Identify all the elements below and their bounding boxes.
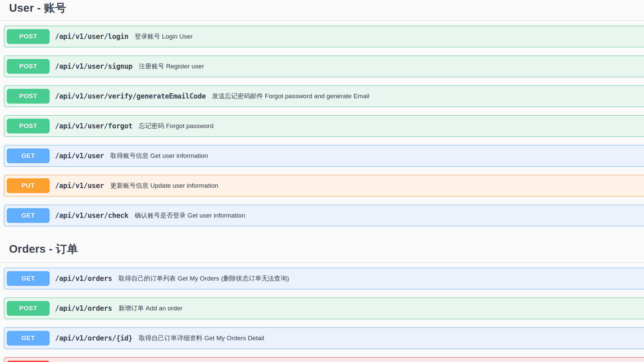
tag-heading-label: Orders - 订单 bbox=[9, 243, 78, 255]
endpoint-description: 忘记密码 Forgot password bbox=[139, 122, 214, 130]
endpoint-path: /api/v1/orders/{id} bbox=[55, 334, 132, 342]
tag-heading: User - 账号 bbox=[9, 1, 644, 15]
endpoint-path: /api/v1/user bbox=[55, 182, 104, 190]
endpoint-row[interactable]: POST /api/v1/user/forgot 忘记密码 Forgot pas… bbox=[4, 115, 644, 137]
endpoint-row[interactable]: GET /api/v1/user/check 确认账号是否登录 Get user… bbox=[4, 205, 644, 226]
endpoint-description: 新增订单 Add an order bbox=[118, 304, 182, 313]
api-doc: User - 账号 POST /api/v1/user/login 登录账号 L… bbox=[0, 0, 644, 362]
endpoint-description: 登录账号 Login User bbox=[135, 32, 193, 41]
endpoint-list: GET /api/v1/orders 取得自己的订单列表 Get My Orde… bbox=[0, 268, 644, 362]
endpoint-path: /api/v1/user/verify/generateEmailCode bbox=[55, 92, 206, 100]
method-badge: POST bbox=[7, 301, 50, 316]
endpoint-description: 取得自己订单详细资料 Get My Orders Detail bbox=[139, 334, 264, 343]
endpoint-path: /api/v1/orders bbox=[55, 275, 112, 283]
endpoint-description: 取得自己的订单列表 Get My Orders (删除状态订单无法查询) bbox=[118, 274, 289, 283]
method-badge: GET bbox=[7, 148, 50, 163]
endpoint-row[interactable]: GET /api/v1/orders/{id} 取得自己订单详细资料 Get M… bbox=[4, 327, 644, 349]
tag-header[interactable]: Orders - 订单 bbox=[0, 241, 644, 263]
method-badge: PUT bbox=[7, 178, 50, 193]
tag-section: User - 账号 POST /api/v1/user/login 登录账号 L… bbox=[0, 0, 644, 226]
endpoint-path: /api/v1/user/forgot bbox=[55, 122, 132, 130]
tag-section: Orders - 订单 GET /api/v1/orders 取得自己的订单列表… bbox=[0, 241, 644, 362]
endpoint-path: /api/v1/user bbox=[55, 152, 104, 160]
endpoint-row[interactable]: POST /api/v1/orders 新增订单 Add an order bbox=[4, 298, 644, 319]
method-badge: POST bbox=[7, 29, 50, 44]
endpoint-description: 更新账号信息 Update user information bbox=[110, 181, 218, 190]
method-badge: GET bbox=[7, 331, 50, 346]
method-badge: POST bbox=[7, 59, 50, 74]
endpoint-row[interactable]: PUT /api/v1/user 更新账号信息 Update user info… bbox=[4, 175, 644, 196]
method-badge: POST bbox=[7, 89, 50, 104]
endpoint-description: 注册账号 Register user bbox=[139, 62, 204, 71]
endpoint-path: /api/v1/user/login bbox=[55, 33, 128, 41]
endpoint-row[interactable]: POST /api/v1/user/verify/generateEmailCo… bbox=[4, 85, 644, 107]
endpoint-description: 发送忘记密码邮件 Forgot password and generate Em… bbox=[212, 92, 369, 101]
endpoint-description: 取得账号信息 Get user information bbox=[110, 152, 208, 160]
endpoint-row[interactable]: DELETE bbox=[4, 357, 644, 362]
endpoint-path: /api/v1/user/signup bbox=[55, 62, 132, 70]
method-badge: DELETE bbox=[7, 361, 50, 362]
tag-heading: Orders - 订单 bbox=[9, 242, 644, 256]
method-badge: GET bbox=[7, 208, 50, 223]
tag-header[interactable]: User - 账号 bbox=[0, 0, 644, 21]
endpoint-path: /api/v1/user/check bbox=[55, 212, 128, 220]
method-badge: POST bbox=[7, 119, 50, 133]
endpoint-row[interactable]: GET /api/v1/orders 取得自己的订单列表 Get My Orde… bbox=[4, 268, 644, 289]
endpoint-description: 确认账号是否登录 Get user information bbox=[135, 211, 245, 220]
endpoint-row[interactable]: POST /api/v1/user/login 登录账号 Login User bbox=[4, 26, 644, 47]
endpoint-row[interactable]: POST /api/v1/user/signup 注册账号 Register u… bbox=[4, 56, 644, 77]
endpoint-row[interactable]: GET /api/v1/user 取得账号信息 Get user informa… bbox=[4, 145, 644, 167]
method-badge: GET bbox=[7, 271, 50, 286]
endpoint-list: POST /api/v1/user/login 登录账号 Login User … bbox=[0, 26, 644, 226]
endpoint-path: /api/v1/orders bbox=[55, 304, 112, 312]
tag-heading-label: User - 账号 bbox=[9, 2, 66, 14]
